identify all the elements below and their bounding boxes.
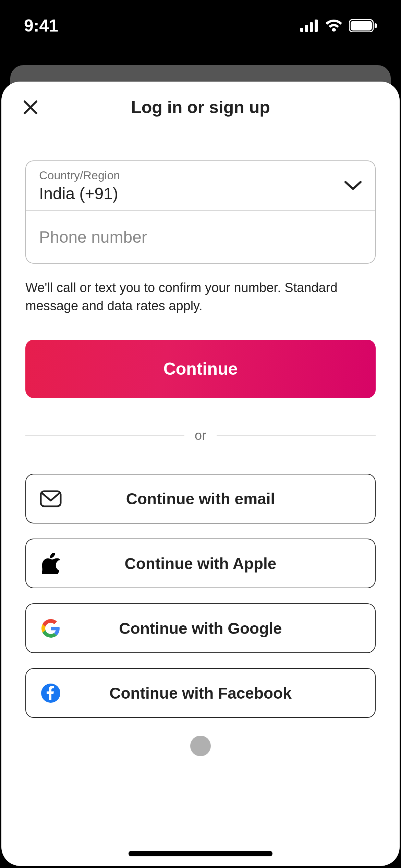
continue-button[interactable]: Continue [25, 340, 376, 398]
svg-rect-5 [351, 21, 372, 31]
phone-row [26, 211, 375, 263]
apple-icon [40, 553, 62, 575]
google-label: Continue with Google [26, 619, 375, 638]
cellular-icon [300, 20, 319, 32]
login-sheet: Log in or sign up Country/Region India (… [1, 82, 400, 866]
continue-label: Continue [163, 359, 238, 378]
svg-rect-3 [315, 20, 318, 32]
sheet-header: Log in or sign up [1, 82, 400, 133]
country-region-selector[interactable]: Country/Region India (+91) [26, 161, 375, 211]
assistive-touch-dot [190, 736, 211, 756]
separator-line-right [217, 435, 376, 436]
svg-rect-1 [305, 25, 308, 32]
phone-number-input[interactable] [39, 228, 362, 246]
continue-with-apple-button[interactable]: Continue with Apple [25, 539, 376, 588]
social-buttons: Continue with email Continue with Apple [25, 474, 376, 718]
status-bar: 9:41 [0, 0, 401, 51]
svg-rect-0 [300, 28, 303, 32]
continue-with-google-button[interactable]: Continue with Google [25, 603, 376, 653]
apple-label: Continue with Apple [26, 554, 375, 573]
country-label: Country/Region [39, 169, 120, 182]
wifi-icon [325, 19, 343, 32]
separator: or [25, 428, 376, 443]
phone-input-group: Country/Region India (+91) [25, 160, 376, 264]
home-indicator[interactable] [129, 851, 272, 856]
google-icon [40, 617, 62, 639]
email-label: Continue with email [26, 490, 375, 508]
status-time: 9:41 [24, 16, 58, 36]
close-button[interactable] [20, 97, 41, 118]
country-value: India (+91) [39, 184, 120, 203]
continue-with-facebook-button[interactable]: Continue with Facebook [25, 668, 376, 718]
facebook-label: Continue with Facebook [26, 684, 375, 702]
phone-disclaimer: We'll call or text you to confirm your n… [25, 279, 376, 315]
close-icon [23, 100, 38, 114]
sheet-content: Country/Region India (+91) We'll call or… [1, 133, 400, 718]
country-text: Country/Region India (+91) [39, 169, 120, 203]
email-icon [40, 488, 62, 510]
svg-rect-6 [375, 23, 377, 28]
chevron-down-icon [344, 181, 362, 191]
page-title: Log in or sign up [1, 97, 400, 117]
facebook-icon [40, 682, 62, 704]
separator-line-left [25, 435, 184, 436]
svg-rect-2 [310, 22, 313, 32]
separator-text: or [195, 428, 206, 443]
status-icons [300, 19, 377, 32]
continue-with-email-button[interactable]: Continue with email [25, 474, 376, 523]
battery-icon [349, 19, 377, 32]
